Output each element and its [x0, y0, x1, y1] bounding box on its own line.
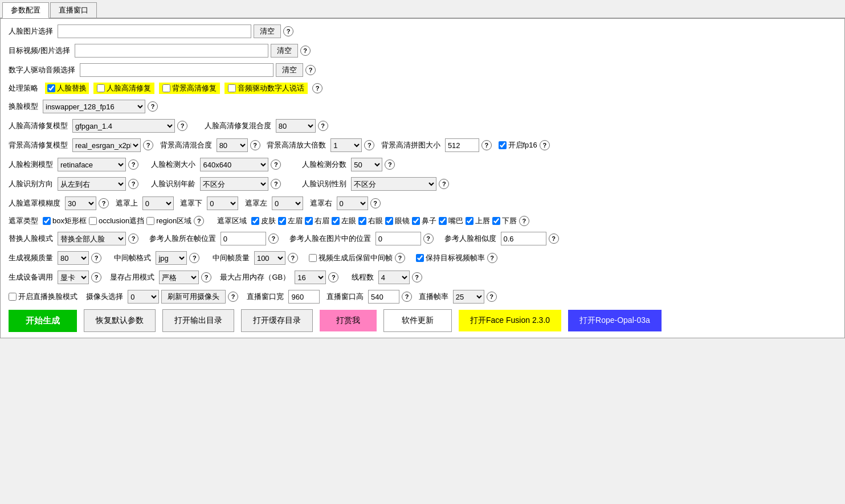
ref-face-img-pos-help-icon[interactable]: ?	[423, 233, 434, 244]
audio-help-icon[interactable]: ?	[305, 65, 316, 75]
face-hd-blend-help-icon[interactable]: ?	[318, 121, 328, 131]
max-memory-help-icon[interactable]: ?	[328, 272, 338, 282]
mask-box[interactable]: box矩形框	[43, 216, 87, 226]
mask-top-select[interactable]: 0	[142, 196, 174, 210]
open-face-fusion-button[interactable]: 打开Face Fusion 2.3.0	[459, 310, 561, 331]
keep-mid-frame-help-icon[interactable]: ?	[395, 253, 405, 263]
bg-hd-scale-select[interactable]: 1	[330, 138, 362, 152]
vram-mode-help-icon[interactable]: ?	[201, 272, 211, 282]
mask-nose[interactable]: 鼻子	[412, 216, 436, 226]
face-gender-help-icon[interactable]: ?	[439, 179, 449, 189]
mask-region[interactable]: region区域	[146, 216, 191, 226]
strategy-face-replace[interactable]: 人脸替换	[45, 83, 89, 94]
mask-left-eye[interactable]: 左眼	[332, 216, 356, 226]
mask-blur-help-icon[interactable]: ?	[99, 198, 109, 208]
mask-type-help-icon[interactable]: ?	[194, 216, 204, 226]
mid-frame-format-select[interactable]: jpg	[156, 251, 187, 265]
mask-upper-lip[interactable]: 上唇	[466, 216, 490, 226]
target-video-input[interactable]	[75, 44, 268, 58]
face-gender-select[interactable]: 不区分	[351, 177, 436, 191]
target-video-clear-button[interactable]: 清空	[271, 44, 298, 58]
mask-glasses[interactable]: 眼镜	[385, 216, 410, 226]
mask-right-select[interactable]: 0	[337, 196, 368, 210]
mask-blur-select[interactable]: 30	[65, 196, 96, 210]
open-output-button[interactable]: 打开输出目录	[162, 309, 234, 332]
tab-params[interactable]: 参数配置	[2, 2, 49, 18]
mid-frame-quality-select[interactable]: 100	[254, 251, 285, 265]
enable-fp16-label[interactable]: 开启fp16	[499, 140, 537, 150]
vram-mode-select[interactable]: 严格	[159, 271, 199, 284]
face-direction-help-icon[interactable]: ?	[128, 179, 138, 189]
live-swap-label[interactable]: 开启直播换脸模式	[9, 292, 77, 302]
strategy-bg-hd[interactable]: 背景高清修复	[159, 83, 220, 94]
face-image-clear-button[interactable]: 清空	[254, 24, 281, 38]
mask-skin[interactable]: 皮肤	[251, 216, 276, 226]
refresh-camera-button[interactable]: 刷新可用摄像头	[161, 290, 226, 304]
max-memory-select[interactable]: 16	[295, 271, 326, 284]
keep-fps-help-icon[interactable]: ?	[487, 253, 497, 263]
face-age-help-icon[interactable]: ?	[271, 179, 281, 189]
ref-face-sim-input[interactable]	[501, 232, 546, 245]
mask-right-brow[interactable]: 右眉	[305, 216, 329, 226]
audio-input[interactable]	[80, 63, 273, 77]
update-button[interactable]: 软件更新	[383, 309, 452, 332]
enable-fp16-help-icon[interactable]: ?	[540, 140, 550, 150]
bg-hd-blend-help-icon[interactable]: ?	[250, 140, 260, 150]
keep-mid-frame-label[interactable]: 视频生成后保留中间帧	[309, 253, 393, 263]
strategy-audio-drive[interactable]: 音频驱动数字人说话	[224, 83, 308, 94]
ref-face-img-pos-input[interactable]	[375, 232, 421, 245]
live-width-input[interactable]	[288, 290, 320, 304]
face-detect-score-select[interactable]: 50	[351, 158, 382, 171]
reward-button[interactable]: 打赏我	[320, 310, 377, 331]
video-quality-select[interactable]: 80	[58, 251, 89, 265]
ref-face-pos-input[interactable]	[221, 232, 266, 245]
strategy-help-icon[interactable]: ?	[312, 83, 323, 93]
target-video-help-icon[interactable]: ?	[300, 46, 311, 56]
mask-left-brow[interactable]: 左眉	[278, 216, 303, 226]
device-help-icon[interactable]: ?	[91, 272, 101, 282]
live-size-help-icon[interactable]: ?	[402, 292, 412, 302]
face-detect-size-help-icon[interactable]: ?	[271, 159, 281, 170]
mask-bottom-select[interactable]: 0	[207, 196, 238, 210]
live-fps-select[interactable]: 25	[453, 290, 484, 304]
video-quality-help-icon[interactable]: ?	[91, 253, 101, 263]
mask-occlusion[interactable]: occlusion遮挡	[89, 216, 144, 226]
face-hd-model-select[interactable]: gfpgan_1.4	[72, 119, 175, 133]
face-detect-model-select[interactable]: retinaface	[58, 158, 126, 171]
restore-button[interactable]: 恢复默认参数	[84, 309, 156, 332]
start-button[interactable]: 开始生成	[9, 310, 77, 332]
mask-lower-lip[interactable]: 下唇	[492, 216, 517, 226]
camera-help-icon[interactable]: ?	[228, 292, 238, 302]
ref-face-sim-help-icon[interactable]: ?	[549, 233, 559, 244]
swap-model-help-icon[interactable]: ?	[148, 101, 158, 112]
face-age-select[interactable]: 不区分	[200, 177, 268, 191]
face-image-input[interactable]	[58, 24, 251, 38]
bg-tile-input[interactable]	[445, 138, 479, 152]
camera-select[interactable]: 0	[128, 290, 159, 304]
face-direction-select[interactable]: 从左到右	[58, 177, 126, 191]
threads-select[interactable]: 4	[378, 271, 410, 284]
mask-right-help-icon[interactable]: ?	[370, 198, 381, 208]
threads-help-icon[interactable]: ?	[412, 272, 422, 282]
open-cache-button[interactable]: 打开缓存目录	[241, 309, 313, 332]
face-hd-blend-select[interactable]: 80	[276, 119, 316, 133]
mask-right-eye[interactable]: 右眼	[358, 216, 383, 226]
swap-mode-select[interactable]: 替换全部人脸	[58, 232, 126, 245]
tab-live[interactable]: 直播窗口	[50, 2, 97, 18]
strategy-face-hd[interactable]: 人脸高清修复	[93, 83, 154, 94]
bg-hd-model-help-icon[interactable]: ?	[143, 140, 153, 150]
mid-frame-quality-help-icon[interactable]: ?	[288, 253, 298, 263]
swap-model-select[interactable]: inswapper_128_fp16	[43, 100, 145, 113]
ref-face-pos-help-icon[interactable]: ?	[268, 233, 279, 244]
mid-frame-format-help-icon[interactable]: ?	[189, 253, 199, 263]
mask-left-select[interactable]: 0	[272, 196, 303, 210]
swap-mode-help-icon[interactable]: ?	[128, 233, 138, 244]
live-fps-help-icon[interactable]: ?	[487, 292, 497, 302]
mask-region-help-icon[interactable]: ?	[519, 216, 529, 226]
device-select[interactable]: 显卡	[58, 271, 89, 284]
audio-clear-button[interactable]: 清空	[276, 63, 303, 77]
bg-hd-scale-help-icon[interactable]: ?	[364, 140, 374, 150]
face-detect-score-help-icon[interactable]: ?	[385, 159, 395, 170]
open-rope-button[interactable]: 打开Rope-Opal-03a	[568, 310, 662, 331]
face-detect-size-select[interactable]: 640x640	[200, 158, 268, 171]
